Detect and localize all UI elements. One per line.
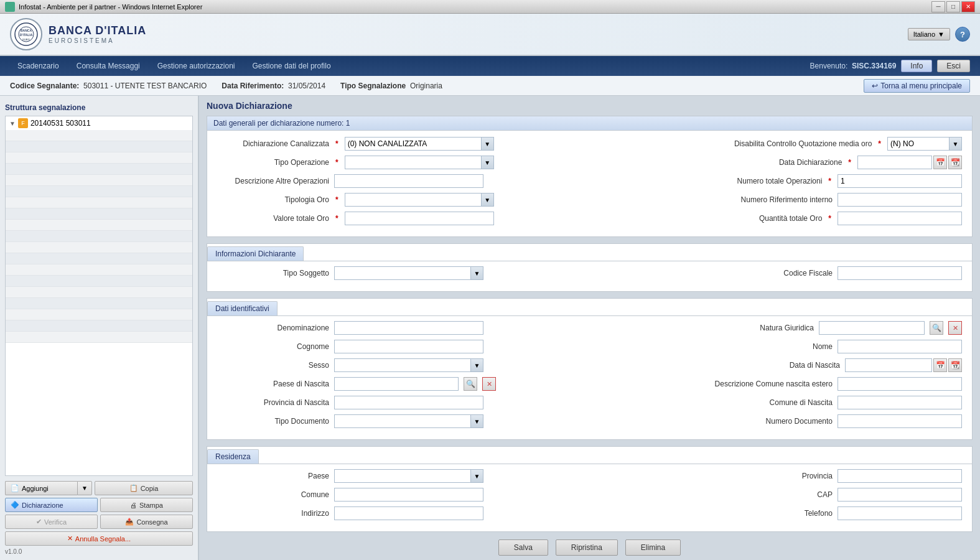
app-icon	[5, 2, 15, 12]
dichiarazione-button[interactable]: 🔷 Dichiarazione	[5, 498, 98, 512]
denominazione-input[interactable]	[334, 321, 483, 335]
tree-root-item[interactable]: ▼ F 20140531 503011	[6, 116, 192, 130]
nascita-cal-icon-1[interactable]: 📅	[933, 358, 947, 372]
calendar-icon-2[interactable]: 📆	[948, 156, 962, 169]
verifica-button[interactable]: ✔ Verifica	[5, 515, 98, 529]
help-button[interactable]: ?	[955, 27, 970, 42]
minimize-button[interactable]: ─	[931, 1, 945, 12]
aggiungi-button[interactable]: 📄 Aggiungi	[5, 481, 77, 495]
sidebar-row	[6, 320, 192, 332]
comune-nascita-input[interactable]	[838, 396, 962, 409]
valore-totale-input[interactable]	[345, 212, 494, 225]
paese-nascita-input[interactable]	[334, 377, 459, 391]
paese-res-select[interactable]	[335, 470, 470, 482]
sidebar-row	[6, 164, 192, 175]
comune-res-input[interactable]	[334, 488, 483, 502]
cap-input[interactable]	[838, 488, 962, 502]
select-arrow-icon[interactable]: ▼	[481, 138, 493, 150]
descr-comune-label: Descrizione Comune nascita estero	[689, 380, 833, 388]
provincia-res-input[interactable]	[838, 469, 962, 483]
sidebar-row	[6, 220, 192, 231]
indirizzo-input[interactable]	[334, 506, 483, 520]
natura-giuridica-label: Natura Giuridica	[671, 324, 814, 332]
info-dichiarante-body: Tipo Soggetto ▼ Codice Fiscale	[207, 261, 972, 291]
tipo-doc-arrow[interactable]: ▼	[470, 415, 483, 427]
ripristina-button[interactable]: Ripristina	[556, 539, 618, 556]
data-dich-label: Data Dichiarazione	[699, 158, 842, 167]
calendar-icon-1[interactable]: 📅	[933, 156, 947, 169]
dichiarazione-label: Dichiarazione Canalizzata	[217, 139, 329, 148]
natura-search-icon[interactable]: 🔍	[930, 321, 943, 335]
dati-id-section: Dati identificativi Denominazione Natura…	[207, 298, 973, 440]
annulla-button[interactable]: ✕ Annulla Segnala...	[5, 531, 193, 546]
nav-consulta[interactable]: Consulta Messaggi	[69, 59, 147, 73]
dichiarazione-select[interactable]: (0) NON CANALIZZATA	[345, 138, 481, 150]
maximize-button[interactable]: □	[946, 1, 960, 12]
paese-res-wrapper: ▼	[334, 469, 483, 483]
nome-input[interactable]	[838, 340, 962, 353]
sesso-arrow[interactable]: ▼	[470, 359, 483, 371]
dichiarazione-select-wrapper: (0) NON CANALIZZATA ▼	[345, 137, 494, 151]
tab-residenza[interactable]: Residenza	[207, 449, 259, 464]
natura-giuridica-input[interactable]	[819, 321, 925, 335]
form-row-2: Tipo Operazione * ▼ Data Dichiarazione *…	[217, 156, 962, 169]
language-selector[interactable]: Italiano ▼	[908, 28, 950, 40]
disabilita-arrow-icon[interactable]: ▼	[949, 138, 961, 150]
num-totale-input[interactable]	[838, 174, 962, 188]
form-row-documento: Tipo Documento ▼ Numero Documento	[217, 414, 962, 428]
info-button[interactable]: Info	[901, 60, 932, 72]
sidebar-row	[6, 298, 192, 309]
paese-res-arrow[interactable]: ▼	[470, 470, 483, 482]
disabilita-select[interactable]: (N) NO	[888, 138, 949, 150]
torna-menu-button[interactable]: ↩ Torna al menu principale	[864, 79, 970, 93]
sesso-select[interactable]	[335, 359, 470, 371]
paese-delete-icon[interactable]	[482, 377, 496, 391]
required-8: *	[828, 214, 831, 223]
tipo-segnalazione: Tipo Segnalazione Originaria	[340, 82, 442, 90]
nav-right: Benvenuto: SISC.334169 Info Esci	[810, 60, 970, 72]
close-button[interactable]: ✕	[961, 1, 975, 12]
stampa-button[interactable]: 🖨 Stampa	[100, 498, 193, 512]
quantita-totale-input[interactable]	[838, 212, 962, 225]
tipo-op-select[interactable]	[345, 156, 481, 169]
nav-gestione-auth[interactable]: Gestione autorizzazioni	[150, 59, 243, 73]
data-dich-input[interactable]	[857, 156, 932, 169]
nav-scadenzario[interactable]: Scadenzario	[10, 59, 67, 73]
window-controls: ─ □ ✕	[931, 1, 975, 12]
paese-search-icon[interactable]: 🔍	[464, 377, 477, 391]
codice-fiscale-input[interactable]	[838, 266, 962, 280]
telefono-input[interactable]	[838, 506, 962, 520]
tab-dati-id[interactable]: Dati identificativi	[207, 301, 278, 315]
sidebar-row	[6, 130, 192, 141]
nav-gestione-dati[interactable]: Gestione dati del profilo	[245, 59, 338, 73]
num-rif-input[interactable]	[838, 193, 962, 207]
sidebar-row	[6, 197, 192, 208]
required-2: *	[878, 139, 881, 148]
tipo-soggetto-arrow[interactable]: ▼	[470, 267, 483, 279]
tipo-op-label: Tipo Operazione	[217, 158, 329, 167]
tipo-op-arrow-icon[interactable]: ▼	[481, 156, 493, 169]
tipo-doc-select[interactable]	[335, 415, 470, 427]
data-nascita-input[interactable]	[845, 358, 932, 372]
tipologia-select[interactable]	[345, 194, 481, 206]
copia-button[interactable]: 📋 Copia	[95, 481, 193, 495]
tipo-op-select-wrapper: ▼	[345, 156, 494, 169]
provincia-nascita-input[interactable]	[334, 396, 483, 409]
natura-delete-icon[interactable]	[948, 321, 962, 335]
tipo-soggetto-select[interactable]	[335, 267, 470, 279]
esci-button[interactable]: Esci	[937, 60, 970, 72]
numero-doc-input[interactable]	[838, 414, 962, 428]
nascita-cal-icon-2[interactable]: 📆	[948, 358, 962, 372]
sidebar-tree[interactable]: ▼ F 20140531 503011	[5, 116, 193, 476]
tipologia-select-wrapper: ▼	[345, 193, 494, 207]
cognome-input[interactable]	[334, 340, 483, 353]
salva-button[interactable]: Salva	[498, 539, 548, 556]
elimina-button[interactable]: Elimina	[625, 539, 681, 556]
sidebar: Struttura segnalazione ▼ F 20140531 5030…	[0, 96, 199, 560]
consegna-button[interactable]: 📤 Consegna	[100, 515, 193, 529]
tipologia-arrow-icon[interactable]: ▼	[481, 194, 493, 206]
descr-comune-input[interactable]	[838, 377, 962, 391]
descr-altre-input[interactable]	[334, 174, 483, 188]
tab-informazioni[interactable]: Informazioni Dichiarante	[207, 246, 304, 261]
aggiungi-arrow-button[interactable]: ▼	[77, 481, 92, 495]
